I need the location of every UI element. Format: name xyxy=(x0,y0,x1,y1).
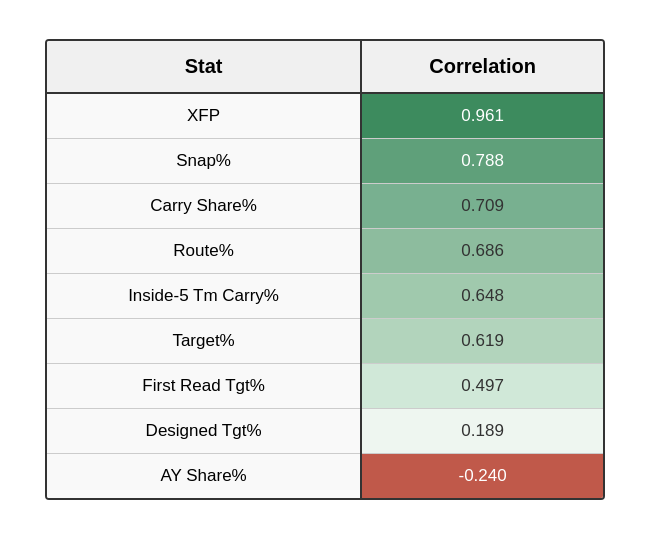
stat-cell: Carry Share% xyxy=(47,183,361,228)
stat-cell: Designed Tgt% xyxy=(47,408,361,453)
stat-cell: Route% xyxy=(47,228,361,273)
stat-cell: First Read Tgt% xyxy=(47,363,361,408)
table-row: Route%0.686 xyxy=(47,228,603,273)
correlation-cell: 0.961 xyxy=(361,93,603,139)
stat-cell: Snap% xyxy=(47,138,361,183)
stat-column-header: Stat xyxy=(47,41,361,93)
table-row: Designed Tgt%0.189 xyxy=(47,408,603,453)
stat-cell: Target% xyxy=(47,318,361,363)
correlation-cell: 0.189 xyxy=(361,408,603,453)
table-header-row: Stat Correlation xyxy=(47,41,603,93)
table-row: AY Share%-0.240 xyxy=(47,453,603,498)
correlation-cell: 0.648 xyxy=(361,273,603,318)
stat-cell: XFP xyxy=(47,93,361,139)
table-row: Carry Share%0.709 xyxy=(47,183,603,228)
correlation-cell: 0.788 xyxy=(361,138,603,183)
table-row: First Read Tgt%0.497 xyxy=(47,363,603,408)
correlation-cell: 0.686 xyxy=(361,228,603,273)
correlation-table: Stat Correlation XFP0.961Snap%0.788Carry… xyxy=(45,39,605,500)
stat-cell: Inside-5 Tm Carry% xyxy=(47,273,361,318)
correlation-cell: -0.240 xyxy=(361,453,603,498)
correlation-cell: 0.619 xyxy=(361,318,603,363)
correlation-cell: 0.497 xyxy=(361,363,603,408)
correlation-column-header: Correlation xyxy=(361,41,603,93)
table-row: XFP0.961 xyxy=(47,93,603,139)
correlation-cell: 0.709 xyxy=(361,183,603,228)
stat-cell: AY Share% xyxy=(47,453,361,498)
table-row: Target%0.619 xyxy=(47,318,603,363)
table-row: Snap%0.788 xyxy=(47,138,603,183)
table-row: Inside-5 Tm Carry%0.648 xyxy=(47,273,603,318)
